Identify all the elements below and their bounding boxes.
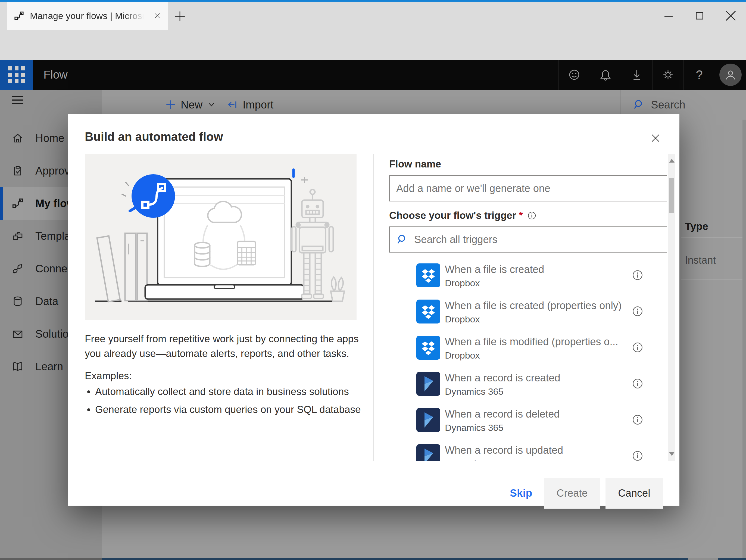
dropbox-icon: [417, 263, 440, 287]
create-button[interactable]: Create: [544, 478, 600, 509]
build-automated-flow-dialog: Build an automated flow: [68, 114, 680, 506]
gear-icon: [661, 67, 675, 82]
account-button[interactable]: [715, 60, 746, 90]
trigger-item[interactable]: When a record is deleted Dynamics 365: [389, 404, 667, 441]
tab-title: Manage your flows | Microsoft Fl: [30, 10, 144, 21]
dynamics365-icon: [417, 408, 440, 432]
app-title: Flow: [44, 60, 68, 90]
scrollbar-thumb[interactable]: [669, 178, 674, 213]
help-button[interactable]: ?: [684, 60, 715, 90]
feedback-button[interactable]: [558, 60, 590, 90]
column-header-type: Type: [685, 221, 708, 232]
flow-row-type-cell: Instant: [685, 254, 716, 266]
browser-tab[interactable]: Manage your flows | Microsoft Fl: [7, 2, 168, 30]
connectors-icon: [11, 262, 24, 275]
templates-icon: [11, 230, 24, 242]
plus-icon: [165, 99, 176, 110]
trigger-item[interactable]: When a record is created Dynamics 365: [389, 368, 667, 404]
trigger-search-box: [389, 226, 667, 253]
window-minimize-button[interactable]: [660, 8, 677, 24]
notifications-button[interactable]: [590, 60, 621, 90]
dynamics365-icon: [417, 372, 440, 396]
info-icon[interactable]: [631, 449, 644, 461]
database-icon: [11, 295, 24, 307]
dialog-title: Build an automated flow: [85, 130, 223, 143]
download-icon: [629, 67, 644, 82]
download-button[interactable]: [621, 60, 652, 90]
trigger-item[interactable]: When a file is modified (properties o...…: [389, 332, 667, 368]
trigger-label: Choose your flow's trigger: [389, 210, 516, 221]
person-icon: [724, 68, 737, 82]
settings-button[interactable]: [652, 60, 684, 90]
required-asterisk: *: [519, 210, 523, 221]
help-icon: ?: [696, 67, 703, 82]
trigger-search-input[interactable]: [409, 227, 667, 252]
home-icon: [11, 132, 24, 144]
flow-name-input[interactable]: [389, 175, 667, 201]
examples-heading: Examples:: [85, 370, 132, 382]
example-item: Automatically collect and store data in …: [95, 385, 361, 398]
trigger-list: When a file is created Dropbox When a fi…: [389, 260, 667, 461]
hamburger-menu-icon[interactable]: [11, 94, 25, 106]
dialog-description: Free yourself from repetitive work just …: [85, 332, 361, 361]
dialog-right-pane: Flow name Choose your flow's trigger * W…: [389, 114, 667, 461]
dropbox-icon: [417, 300, 440, 324]
approvals-icon: [11, 165, 24, 177]
page-scrollbar[interactable]: [743, 120, 746, 558]
dialog-scrollbar[interactable]: [668, 154, 675, 461]
trigger-item[interactable]: When a file is created (properties only)…: [389, 296, 667, 332]
waffle-menu-button[interactable]: [0, 60, 33, 90]
dynamics365-icon: [417, 444, 440, 461]
search-icon: [633, 99, 645, 111]
skip-link[interactable]: Skip: [510, 478, 532, 509]
info-icon[interactable]: [631, 305, 644, 318]
example-item: Generate reports via custom queries on y…: [95, 403, 361, 417]
flow-icon: [11, 197, 24, 209]
examples-list: Automatically collect and store data in …: [95, 385, 361, 421]
solutions-icon: [11, 328, 24, 340]
flow-name-label: Flow name: [389, 159, 441, 170]
trigger-item[interactable]: When a file is created Dropbox: [389, 260, 667, 296]
info-icon[interactable]: [631, 377, 644, 390]
trigger-item[interactable]: When a record is updated Dynamics 365: [389, 441, 667, 461]
flow-logo-icon: [13, 10, 25, 21]
scroll-up-arrow-icon[interactable]: [669, 159, 675, 163]
dropbox-icon: [417, 336, 440, 360]
page-footer-strip: [0, 558, 746, 560]
chevron-down-icon: [207, 101, 216, 109]
info-icon[interactable]: [631, 413, 644, 426]
waffle-icon: [8, 66, 25, 83]
tab-close-icon[interactable]: [153, 12, 162, 20]
browser-navigation-bar: https://emea.flow.microsoft.com/manage/e…: [0, 30, 746, 60]
app-header: Flow ?: [0, 60, 746, 90]
smiley-icon: [567, 67, 581, 82]
bell-icon: [598, 67, 613, 82]
info-icon[interactable]: [631, 269, 644, 282]
trigger-label-row: Choose your flow's trigger *: [389, 210, 537, 221]
info-icon[interactable]: [527, 211, 537, 221]
import-arrow-icon: [227, 99, 238, 110]
cancel-button[interactable]: Cancel: [605, 478, 663, 509]
automated-flow-illustration: [85, 154, 356, 320]
avatar: [719, 64, 742, 86]
learn-icon: [11, 360, 24, 373]
info-icon[interactable]: [631, 341, 644, 354]
dialog-pane-divider: [373, 154, 374, 461]
search-icon: [396, 233, 409, 246]
new-tab-button[interactable]: [173, 9, 187, 23]
scroll-down-arrow-icon[interactable]: [669, 452, 675, 456]
browser-titlebar: Manage your flows | Microsoft Fl: [0, 0, 746, 30]
window-maximize-button[interactable]: [691, 8, 708, 24]
window-close-button[interactable]: [723, 8, 739, 24]
